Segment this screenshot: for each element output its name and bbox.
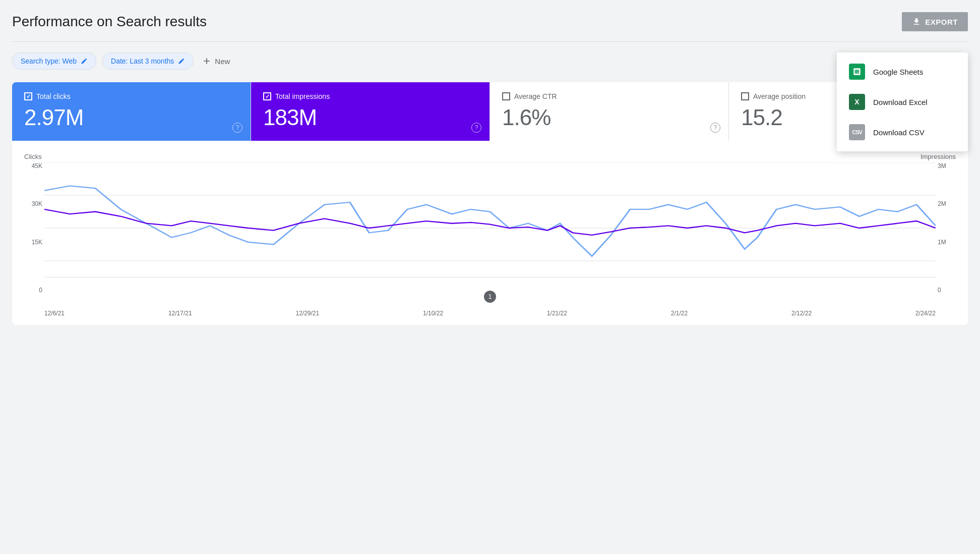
chart-container: Clicks Impressions 45K 30K 15K 0: [12, 141, 968, 325]
new-button[interactable]: New: [200, 52, 232, 70]
download-excel-label: Download Excel: [873, 98, 928, 106]
clicks-value: 2.97M: [24, 106, 238, 129]
top-right-container: EXPORT Google Sheets X Download Excel: [902, 12, 968, 31]
y-left-3: 0: [24, 287, 42, 294]
export-label: EXPORT: [925, 18, 958, 26]
edit-date-icon: [178, 58, 185, 65]
page-container: Performance on Search results EXPORT Goo…: [12, 12, 968, 325]
x-label-5: 2/1/22: [671, 310, 688, 317]
edit-icon: [81, 58, 88, 65]
download-excel-item[interactable]: X Download Excel: [837, 87, 968, 117]
excel-icon: X: [849, 94, 865, 110]
y-left-1: 30K: [24, 200, 42, 207]
clicks-help-icon[interactable]: ?: [232, 123, 242, 133]
download-csv-label: Download CSV: [873, 128, 925, 137]
y-right-2: 1M: [938, 239, 956, 246]
x-label-0: 12/6/21: [44, 310, 65, 317]
y-axis-left: 45K 30K 15K 0: [24, 162, 44, 294]
y-left-0: 45K: [24, 162, 42, 170]
new-button-label: New: [215, 57, 230, 66]
export-dropdown: Google Sheets X Download Excel CSV Downl…: [837, 52, 968, 151]
csv-icon: CSV: [849, 124, 865, 140]
x-label-1: 12/17/21: [168, 310, 192, 317]
impressions-label: Total impressions: [275, 92, 330, 100]
x-label-3: 1/10/22: [423, 310, 443, 317]
impressions-value: 183M: [263, 106, 477, 129]
date-label: Date: Last 3 months: [111, 57, 174, 65]
download-icon: [912, 17, 921, 26]
chart-marker-wrapper: 1: [484, 291, 496, 303]
metric-header-impressions: Total impressions: [263, 92, 477, 100]
google-sheets-label: Google Sheets: [873, 68, 923, 76]
metric-total-clicks: Total clicks 2.97M ?: [12, 82, 251, 141]
x-label-4: 1/21/22: [547, 310, 567, 317]
y-right-1: 2M: [938, 200, 956, 207]
position-checkbox[interactable]: [741, 92, 749, 100]
position-label: Average position: [753, 92, 806, 100]
chart-marker-bubble: 1: [484, 291, 496, 303]
metric-total-impressions: Total impressions 183M ?: [251, 82, 490, 141]
chart-right-label: Impressions: [921, 153, 956, 160]
ctr-help-icon[interactable]: ?: [710, 123, 720, 133]
x-label-2: 12/29/21: [295, 310, 319, 317]
chart-svg-area: 1: [44, 162, 936, 296]
metrics-row: Total clicks 2.97M ? Total impressions 1…: [12, 82, 968, 141]
google-sheets-item[interactable]: Google Sheets: [837, 57, 968, 87]
clicks-line: [44, 186, 936, 256]
chart-left-label: Clicks: [24, 153, 42, 160]
ctr-checkbox[interactable]: [502, 92, 510, 100]
metric-header-ctr: Average CTR: [502, 92, 716, 100]
date-filter[interactable]: Date: Last 3 months: [102, 52, 194, 70]
page-title: Performance on Search results: [12, 14, 207, 30]
clicks-checkbox[interactable]: [24, 92, 32, 100]
filters-row: Search type: Web Date: Last 3 months New: [12, 52, 968, 70]
export-button[interactable]: EXPORT: [902, 12, 968, 31]
sheets-icon: [849, 64, 865, 80]
clicks-label: Total clicks: [36, 92, 71, 100]
y-right-0: 3M: [938, 162, 956, 170]
search-type-filter[interactable]: Search type: Web: [12, 52, 96, 70]
impressions-line: [44, 209, 936, 235]
metric-header-clicks: Total clicks: [24, 92, 238, 100]
y-left-2: 15K: [24, 239, 42, 246]
x-label-6: 2/12/22: [791, 310, 812, 317]
search-type-label: Search type: Web: [21, 57, 77, 65]
x-label-7: 2/24/22: [915, 310, 936, 317]
metric-avg-ctr: Average CTR 1.6% ?: [490, 82, 729, 141]
impressions-help-icon[interactable]: ?: [471, 123, 481, 133]
y-axis-right: 3M 2M 1M 0: [936, 162, 956, 294]
header-divider: [12, 41, 968, 42]
x-axis-labels: 12/6/21 12/17/21 12/29/21 1/10/22 1/21/2…: [24, 306, 956, 317]
y-right-3: 0: [938, 287, 956, 294]
chart-svg: [44, 162, 936, 294]
ctr-value: 1.6%: [502, 106, 716, 129]
ctr-label: Average CTR: [514, 92, 557, 100]
download-csv-item[interactable]: CSV Download CSV: [837, 117, 968, 147]
header-row: Performance on Search results EXPORT Goo…: [12, 12, 968, 37]
impressions-checkbox[interactable]: [263, 92, 271, 100]
plus-icon: [202, 56, 212, 66]
